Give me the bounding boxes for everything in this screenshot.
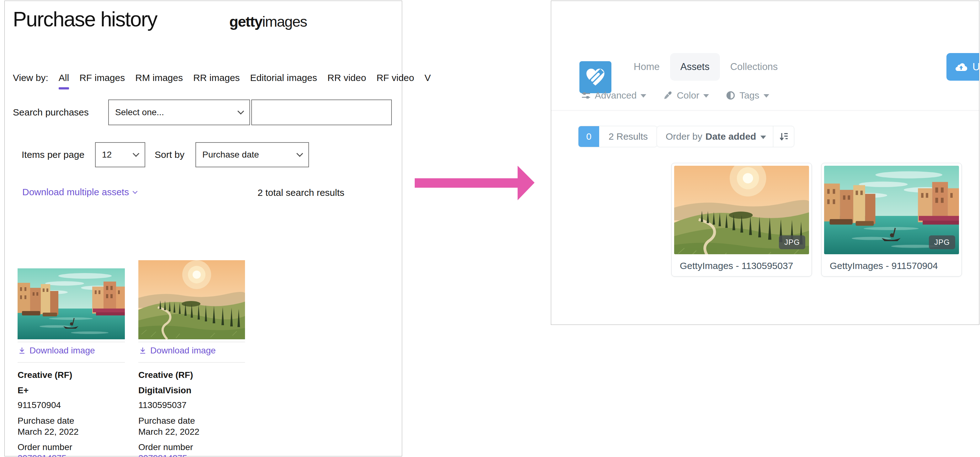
chevron-down-icon — [237, 108, 244, 114]
upload-button-label: Up — [972, 61, 979, 73]
order-number-link[interactable]: 2079814875 — [18, 453, 125, 457]
chevron-down-icon — [133, 189, 138, 194]
tag-icon — [726, 91, 735, 100]
download-icon — [139, 347, 146, 354]
file-format-badge: JPG — [779, 236, 805, 249]
download-image-label: Download image — [150, 346, 216, 356]
divider — [138, 362, 245, 363]
tab-rf-video[interactable]: RF video — [377, 73, 414, 83]
asset-thumbnail-tuscany-landscape[interactable]: JPG — [674, 166, 809, 254]
search-purchases-label: Search purchases — [13, 99, 89, 125]
sort-by-select[interactable]: Purchase date — [196, 142, 309, 167]
caret-down-icon — [764, 94, 769, 98]
selection-count-badge[interactable]: 0 — [579, 126, 599, 147]
purchase-date-label: Purchase date — [138, 416, 245, 426]
asset-card[interactable]: JPG GettyImages - 1130595037 — [671, 163, 812, 277]
purchase-history-window: Purchase history gettyimages View by: Al… — [5, 1, 402, 456]
logo-text-getty: getty — [229, 13, 262, 30]
search-input[interactable] — [251, 99, 392, 125]
order-by-control: Order by Date added — [657, 126, 794, 147]
view-by-label: View by: — [13, 73, 48, 83]
selection-results-pill: 0 2 Results — [578, 126, 657, 147]
nav-item-collections[interactable]: Collections — [720, 53, 788, 81]
filter-tags-label: Tags — [740, 90, 759, 101]
collection-name: DigitalVision — [138, 385, 245, 395]
items-per-page-label: Items per page — [22, 142, 84, 167]
filter-advanced-label: Advanced — [595, 90, 636, 101]
download-results-row: Download multiple assets 2 total search … — [13, 187, 396, 199]
asset-title: GettyImages - 911570904 — [822, 255, 961, 276]
purchase-date-value: March 22, 2022 — [18, 427, 125, 437]
tab-rf-images[interactable]: RF images — [80, 73, 125, 83]
license-type: Creative (RF) — [18, 370, 125, 380]
pagination-row: Items per page 12 Sort by Purchase date — [13, 142, 396, 167]
tab-editorial-images[interactable]: Editorial images — [250, 73, 317, 83]
order-number-link[interactable]: 2079814875 — [138, 453, 245, 457]
total-search-results: 2 total search results — [258, 187, 344, 198]
purchase-thumbnail-tuscany-landscape — [138, 259, 245, 339]
asset-card[interactable]: JPG GettyImages - 911570904 — [821, 163, 962, 277]
main-nav: Home Assets Collections — [623, 53, 788, 81]
heart-link-logo-icon — [584, 65, 607, 89]
sort-by-label: Sort by — [155, 142, 185, 167]
order-by-dropdown[interactable]: Order by Date added — [657, 126, 773, 147]
cloud-upload-icon — [955, 62, 968, 72]
order-by-prefix: Order by — [666, 131, 702, 142]
collection-name: E+ — [18, 385, 125, 395]
results-count: 2 Results — [599, 126, 657, 147]
order-number-label: Order number — [138, 442, 245, 452]
sort-direction-button[interactable] — [773, 126, 794, 147]
filter-tags[interactable]: Tags — [726, 90, 769, 101]
order-by-value: Date added — [705, 131, 756, 142]
purchase-details: Creative (RF) E+ 911570904 Purchase date… — [18, 370, 125, 457]
purchase-thumbnail-venice-canal — [18, 259, 125, 339]
tab-video-truncated[interactable]: V — [425, 73, 431, 83]
asset-library-window: Home Assets Collections Up Advanced — [551, 1, 979, 325]
order-number-label: Order number — [18, 442, 125, 452]
chevron-down-icon — [296, 150, 303, 157]
items-per-page-select[interactable]: 12 — [95, 142, 145, 167]
purchase-card: Download image Creative (RF) DigitalVisi… — [138, 259, 245, 457]
filter-bar: Advanced Color Tags — [581, 90, 769, 101]
tab-rr-images[interactable]: RR images — [193, 73, 240, 83]
search-type-value: Select one... — [115, 107, 164, 117]
asset-id: 1130595037 — [138, 400, 245, 410]
nav-item-home[interactable]: Home — [623, 53, 670, 81]
view-by-tabs: View by: All RF images RM images RR imag… — [13, 73, 431, 83]
caret-down-icon — [760, 135, 766, 139]
tab-rr-video[interactable]: RR video — [328, 73, 366, 83]
asset-title: GettyImages - 1130595037 — [671, 255, 811, 276]
filter-color-label: Color — [677, 90, 699, 101]
sort-by-value: Purchase date — [202, 150, 259, 160]
file-format-badge: JPG — [929, 236, 955, 249]
divider — [18, 362, 125, 363]
chevron-down-icon — [133, 150, 139, 157]
nav-item-assets[interactable]: Assets — [670, 53, 720, 81]
purchase-date-value: March 22, 2022 — [138, 427, 245, 437]
sliders-icon — [581, 91, 591, 100]
license-type: Creative (RF) — [138, 370, 245, 380]
filter-advanced[interactable]: Advanced — [581, 90, 646, 101]
caret-down-icon — [703, 94, 709, 98]
gettyimages-logo: gettyimages — [229, 13, 307, 30]
purchase-date-label: Purchase date — [18, 416, 125, 426]
tab-all[interactable]: All — [59, 73, 69, 83]
download-icon — [18, 347, 26, 354]
download-image-link[interactable]: Download image — [18, 342, 125, 360]
search-purchases-row: Search purchases Select one... — [13, 99, 396, 125]
sort-descending-icon — [779, 132, 788, 141]
search-type-select[interactable]: Select one... — [108, 99, 250, 125]
asset-thumbnail-venice-canal[interactable]: JPG — [824, 166, 959, 254]
app-logo[interactable] — [579, 61, 611, 93]
download-image-link[interactable]: Download image — [138, 342, 245, 360]
transfer-arrow — [415, 166, 535, 200]
logo-text-images: images — [262, 13, 307, 30]
tab-rm-images[interactable]: RM images — [135, 73, 183, 83]
page-title: Purchase history — [13, 7, 157, 31]
purchase-details: Creative (RF) DigitalVision 1130595037 P… — [138, 370, 245, 457]
upload-button[interactable]: Up — [947, 53, 979, 81]
download-multiple-assets-link[interactable]: Download multiple assets — [22, 187, 137, 197]
filter-color[interactable]: Color — [663, 90, 709, 101]
caret-down-icon — [641, 94, 646, 98]
items-per-page-value: 12 — [102, 150, 112, 160]
